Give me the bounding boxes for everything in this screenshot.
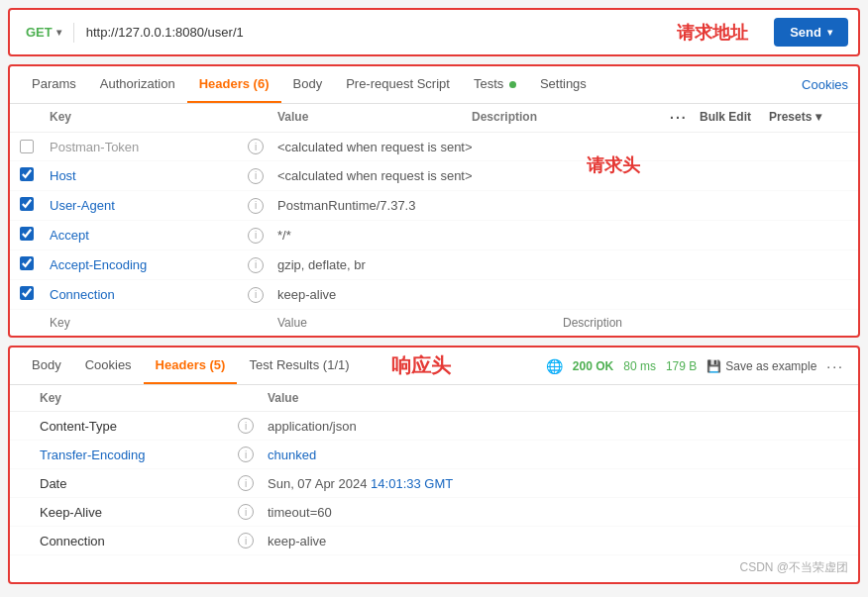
tab-settings[interactable]: Settings (528, 66, 598, 103)
resp-row1-info-icon[interactable]: i (238, 418, 254, 434)
row3-checkbox[interactable] (20, 197, 50, 214)
resp-row5-info-icon[interactable]: i (238, 533, 254, 548)
resp-table-row: Keep-Alive i timeout=60 (10, 498, 858, 527)
request-bar: GET ▾ 请求地址 Send ▾ (8, 8, 860, 56)
col-bulk-edit[interactable]: Bulk Edit (700, 110, 769, 126)
row2-key: Host (50, 168, 248, 183)
send-button[interactable]: Send ▾ (774, 18, 848, 47)
add-desc-input[interactable] (563, 316, 741, 330)
table-row: Accept-Encoding i gzip, deflate, br (10, 250, 858, 280)
send-label: Send (790, 25, 821, 40)
resp-table-row: Connection i keep-alive (10, 527, 858, 555)
tests-badge-icon (509, 81, 516, 88)
resp-row4-info-icon[interactable]: i (238, 504, 254, 520)
presets-chevron-icon: ▾ (815, 110, 821, 124)
table-row: Host i <calculated when request is sent> (10, 161, 858, 191)
row2-info-icon[interactable]: i (248, 168, 264, 184)
csdn-footer: CSDN @不当荣虚团 (10, 555, 858, 582)
row5-checkbox[interactable] (20, 256, 50, 273)
row2-value: <calculated when request is sent> (277, 168, 563, 183)
url-input[interactable] (80, 21, 651, 44)
resp-row2-key: Transfer-Encoding (40, 448, 238, 462)
response-tabs: Body Cookies Headers (5) Test Results (1… (10, 348, 858, 385)
resp-tab-cookies[interactable]: Cookies (73, 348, 144, 384)
tests-label: Tests (474, 76, 503, 91)
globe-icon: 🌐 (546, 358, 563, 374)
send-chevron-icon: ▾ (827, 27, 832, 38)
resp-tab-body[interactable]: Body (20, 348, 73, 384)
url-label: 请求地址 (677, 21, 748, 45)
row4-info-icon[interactable]: i (248, 228, 264, 244)
date-text-blue: 14:01:33 GMT (371, 476, 453, 491)
date-text-black: Sun, 07 Apr 2024 (268, 476, 371, 491)
row2-checkbox[interactable] (20, 167, 50, 184)
col-dots[interactable]: ··· (670, 110, 700, 126)
row1-value: <calculated when request is sent> (277, 140, 563, 154)
row3-key: User-Agent (50, 198, 248, 213)
col-info (248, 110, 277, 126)
response-size: 179 B (666, 359, 697, 373)
resp-row4-key: Keep-Alive (40, 505, 238, 520)
row4-checkbox[interactable] (20, 227, 50, 244)
tab-body[interactable]: Body (281, 66, 335, 103)
add-value-input[interactable] (277, 316, 456, 330)
resp-row5-key: Connection (40, 534, 238, 548)
add-key-input[interactable] (50, 316, 228, 330)
row5-info-icon[interactable]: i (248, 257, 264, 273)
method-chevron-icon: ▾ (56, 27, 61, 38)
request-table-header: Key Value Description ··· Bulk Edit Pres… (10, 104, 858, 133)
row3-info-icon[interactable]: i (248, 198, 264, 214)
resp-row2-info-icon[interactable]: i (238, 447, 254, 462)
add-header-row (10, 310, 858, 336)
presets-label: Presets (769, 110, 812, 124)
tab-headers[interactable]: Headers (6) (187, 66, 281, 103)
response-time: 80 ms (623, 359, 656, 373)
resp-tab-headers[interactable]: Headers (5) (144, 348, 238, 384)
tab-tests[interactable]: Tests (462, 66, 528, 103)
row1-info-icon[interactable]: i (248, 139, 264, 154)
add-spacer (248, 316, 277, 330)
row1-key: Postman-Token (50, 140, 248, 154)
col-value: Value (277, 110, 472, 126)
col-key: Key (50, 110, 248, 126)
col-presets[interactable]: Presets ▾ (769, 110, 848, 126)
resp-row1-key: Content-Type (40, 419, 238, 434)
tab-params[interactable]: Params (20, 66, 88, 103)
table-row: Postman-Token i <calculated when request… (10, 133, 858, 161)
row6-info-icon[interactable]: i (248, 287, 264, 303)
tab-authorization[interactable]: Authorization (88, 66, 187, 103)
row6-checkbox[interactable] (20, 286, 50, 303)
resp-table-row: Date i Sun, 07 Apr 2024 14:01:33 GMT (10, 469, 858, 498)
col-description: Description (472, 110, 670, 126)
row6-key: Connection (50, 287, 248, 302)
resp-row5-value: keep-alive (268, 534, 828, 548)
table-row: Accept i */* (10, 221, 858, 250)
resp-tab-test-results[interactable]: Test Results (1/1) (237, 348, 361, 384)
row6-value: keep-alive (277, 287, 563, 302)
resp-row1-value: application/json (268, 419, 828, 434)
save-example-button[interactable]: 💾 Save as example (706, 359, 816, 373)
resp-row3-value: Sun, 07 Apr 2024 14:01:33 GMT (268, 476, 828, 491)
response-meta: 🌐 200 OK 80 ms 179 B 💾 Save as example ·… (546, 358, 848, 374)
resp-row4-value: timeout=60 (268, 505, 828, 520)
tab-prerequest[interactable]: Pre-request Script (334, 66, 462, 103)
row5-key: Accept-Encoding (50, 257, 248, 272)
resp-table-row: Transfer-Encoding i chunked (10, 441, 858, 469)
response-more-icon[interactable]: ··· (826, 358, 844, 374)
resp-col-key: Key (40, 391, 238, 405)
resp-row3-key: Date (40, 476, 238, 491)
row1-checkbox[interactable] (20, 140, 50, 153)
tab-cookies[interactable]: Cookies (802, 67, 848, 102)
row5-value: gzip, deflate, br (277, 257, 563, 272)
resp-table-row: Content-Type i application/json (10, 412, 858, 441)
method-dropdown[interactable]: GET ▾ (20, 21, 67, 44)
request-tabs: Params Authorization Headers (6) Body Pr… (10, 66, 858, 104)
divider (73, 23, 74, 43)
response-header-label: 响应头 (391, 352, 451, 379)
add-checkbox (20, 316, 50, 330)
resp-col-info (238, 391, 268, 405)
row4-value: */* (277, 228, 563, 243)
row3-value: PostmanRuntime/7.37.3 (277, 198, 563, 213)
request-panel: Params Authorization Headers (6) Body Pr… (8, 64, 860, 338)
resp-row3-info-icon[interactable]: i (238, 475, 254, 491)
